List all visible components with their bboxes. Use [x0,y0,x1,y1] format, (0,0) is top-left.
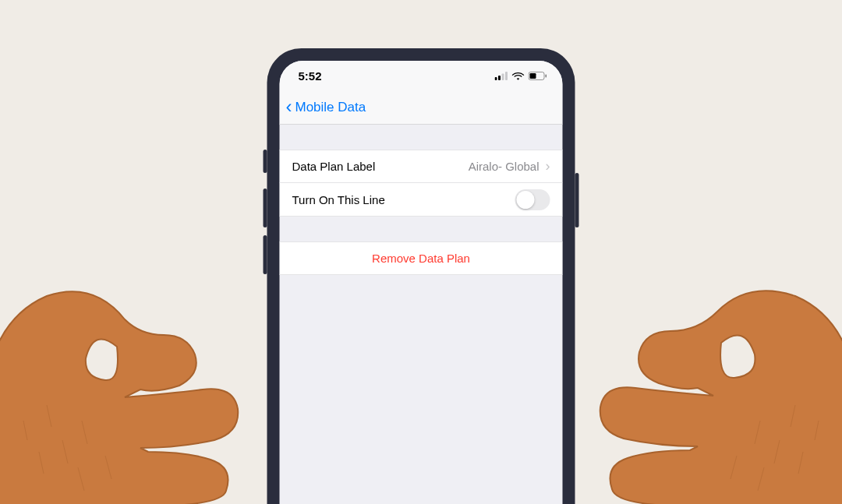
turn-on-line-toggle[interactable] [515,189,550,210]
phone-volume-down [264,235,267,274]
phone-frame: 5:52 [267,48,575,504]
remove-data-plan-button[interactable]: Remove Data Plan [280,241,563,275]
chevron-right-icon: › [546,158,550,174]
status-icons-group [495,72,547,80]
phone-power-button [575,173,579,227]
svg-rect-19 [530,73,536,79]
row-label: Turn On This Line [292,193,385,206]
status-bar: 5:52 [280,61,563,90]
back-label: Mobile Data [295,100,366,115]
turn-on-line-row: Turn On This Line [280,183,563,217]
wifi-icon [512,72,525,80]
row-value-text: Airalo- Global [469,160,540,173]
back-button[interactable]: ‹ Mobile Data [286,99,366,116]
cellular-signal-icon [495,72,508,80]
row-label: Data Plan Label [292,160,376,173]
phone-volume-up [264,189,267,227]
chevron-left-icon: ‹ [286,97,292,116]
remove-label: Remove Data Plan [372,252,470,265]
hand-right-illustration [577,179,842,504]
battery-icon [529,72,547,80]
phone-mute-switch [264,150,267,173]
data-plan-label-row[interactable]: Data Plan Label Airalo- Global › [280,150,563,183]
action-section: Remove Data Plan [280,241,563,275]
svg-rect-15 [498,76,501,80]
hand-left-illustration [0,179,265,504]
status-time: 5:52 [299,69,322,83]
toggle-knob [517,191,535,209]
nav-bar: ‹ Mobile Data [280,90,563,125]
row-accessory: Airalo- Global › [469,158,550,174]
settings-list-section: Data Plan Label Airalo- Global › Turn On… [280,150,563,217]
svg-rect-14 [495,77,497,80]
svg-rect-17 [505,72,508,80]
svg-rect-16 [502,73,504,80]
svg-rect-20 [546,74,547,77]
phone-screen: 5:52 [280,61,563,504]
